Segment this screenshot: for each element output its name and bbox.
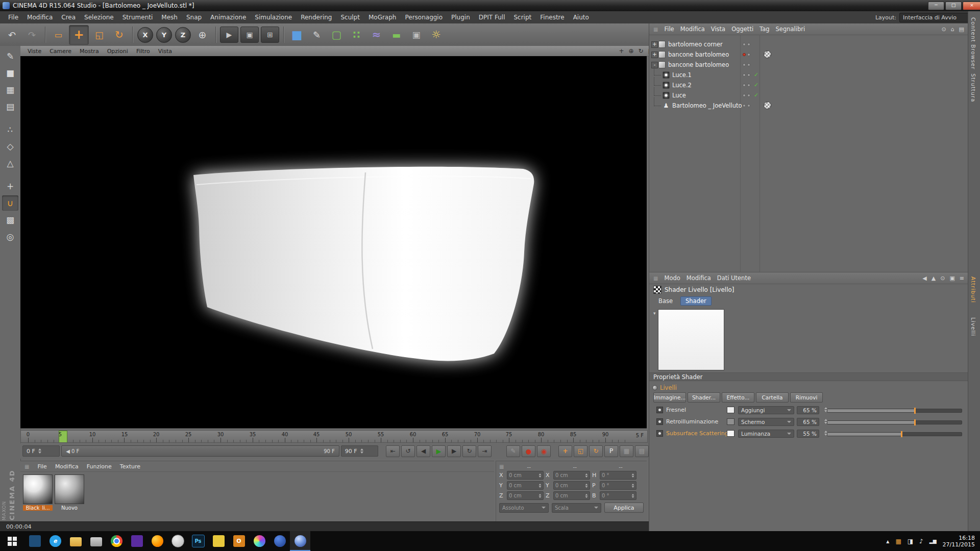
add-array-icon[interactable]: ∷ bbox=[347, 26, 366, 44]
om-menu-oggetti[interactable]: Oggetti bbox=[731, 26, 753, 33]
menu-personaggio[interactable]: Personaggio bbox=[401, 12, 447, 22]
timeline-ruler[interactable]: 0 5 10 15 20 25 30 35 40 45 50 55 60 65 … bbox=[20, 430, 648, 443]
taskbar-chrome[interactable] bbox=[106, 531, 127, 551]
attr-tab-dati-utente[interactable]: Dati Utente bbox=[717, 274, 751, 282]
texture-lock-icon[interactable]: ▩ bbox=[2, 212, 18, 228]
menu-file[interactable]: File bbox=[4, 12, 22, 22]
opacity-slider[interactable] bbox=[827, 409, 962, 413]
render-picture-viewer-icon[interactable]: ▣ bbox=[240, 27, 259, 43]
opacity-field[interactable]: 65 % bbox=[797, 418, 819, 426]
vp-menu-mostra[interactable]: Mostra bbox=[80, 48, 99, 55]
enabled-check-icon[interactable]: ✓ bbox=[754, 92, 758, 98]
add-deformer-icon[interactable]: ≈ bbox=[367, 26, 386, 44]
om-menu-tag[interactable]: Tag bbox=[760, 26, 769, 33]
menu-mograph[interactable]: MoGraph bbox=[364, 12, 401, 22]
axis-x-button[interactable]: X bbox=[137, 27, 153, 43]
rot-h-field[interactable]: 0 ° bbox=[600, 471, 636, 480]
home-icon[interactable]: ⌂ bbox=[951, 26, 954, 33]
layer-color-swatch[interactable] bbox=[727, 418, 734, 425]
fold-arrow-icon[interactable]: ▾ bbox=[653, 311, 656, 370]
effect-button[interactable]: Effetto... bbox=[722, 392, 754, 403]
mat-menu-funzione[interactable]: Funzione bbox=[87, 463, 112, 470]
coord-system-icon[interactable]: ⊕ bbox=[193, 26, 212, 44]
visibility-dots[interactable] bbox=[743, 63, 750, 66]
menu-simulazione[interactable]: Simulazione bbox=[251, 12, 296, 22]
start-button[interactable] bbox=[0, 531, 24, 551]
record-keyframe-button[interactable]: ● bbox=[522, 445, 535, 457]
stepper[interactable] bbox=[38, 448, 41, 454]
viewport-rotate-icon[interactable]: ↻ bbox=[639, 47, 644, 55]
add-primitive-icon[interactable]: ■ bbox=[287, 26, 306, 44]
scale-y-field[interactable]: 0 cm bbox=[553, 481, 590, 490]
timeline-scrubber[interactable]: ◀ 0 F 90 F bbox=[61, 445, 339, 457]
om-menu-modifica[interactable]: Modifica bbox=[680, 26, 705, 33]
record-options-button[interactable]: ◉ bbox=[537, 445, 551, 457]
texture-tag-icon[interactable] bbox=[764, 51, 771, 58]
blend-mode-select[interactable]: Aggiungi bbox=[738, 406, 794, 414]
play-button[interactable]: ▶ bbox=[432, 445, 446, 457]
mat-menu-file[interactable]: File bbox=[37, 463, 46, 470]
taskbar-file-explorer[interactable] bbox=[65, 531, 86, 551]
live-selection-icon[interactable]: ▭ bbox=[49, 26, 68, 44]
tab-shader[interactable]: Shader bbox=[680, 296, 712, 306]
object-label[interactable]: Luce bbox=[672, 92, 686, 99]
taskbar-photoshop[interactable]: Ps bbox=[188, 531, 208, 551]
vp-menu-opzioni[interactable]: Opzioni bbox=[107, 48, 128, 55]
key-rotation-button[interactable]: ↻ bbox=[589, 445, 603, 457]
tab-content-browser[interactable]: Content Browser bbox=[970, 17, 976, 70]
object-label[interactable]: bancone bartolomeo bbox=[668, 61, 729, 68]
workplane-mode-icon[interactable]: ▤ bbox=[2, 99, 18, 114]
visibility-dots[interactable] bbox=[743, 84, 750, 87]
search-icon[interactable]: ⊙ bbox=[941, 26, 946, 33]
scale-x-field[interactable]: 0 cm bbox=[553, 471, 590, 480]
visibility-dots[interactable] bbox=[743, 53, 750, 56]
attr-tab-modifica[interactable]: Modifica bbox=[687, 274, 711, 282]
menu-strumenti[interactable]: Strumenti bbox=[118, 12, 157, 22]
enabled-check-icon[interactable]: ✓ bbox=[754, 82, 758, 88]
taskbar-outlook[interactable]: O bbox=[229, 531, 249, 551]
taskbar-folder[interactable] bbox=[86, 531, 106, 551]
taskbar-creative-app[interactable] bbox=[127, 531, 147, 551]
history-icon[interactable]: ≡ bbox=[960, 275, 964, 282]
minimize-button[interactable]: ─ bbox=[928, 2, 944, 10]
viewport-zoom-icon[interactable]: ⊕ bbox=[629, 47, 634, 55]
move-tool-icon[interactable]: + bbox=[69, 25, 89, 45]
menu-selezione[interactable]: Selezione bbox=[80, 12, 118, 22]
enabled-check-icon[interactable]: ✓ bbox=[754, 71, 758, 78]
menu-script[interactable]: Script bbox=[509, 12, 535, 22]
goto-start-button[interactable]: ⇤ bbox=[386, 445, 400, 457]
layer-name[interactable]: Retroilluminazione bbox=[666, 418, 718, 425]
opacity-field[interactable]: 55 % bbox=[797, 430, 819, 438]
vp-menu-viste[interactable]: Viste bbox=[28, 48, 41, 55]
apply-button[interactable]: Applica bbox=[604, 503, 644, 513]
object-row-child[interactable]: Luce.1 ✓ bbox=[649, 70, 968, 80]
vp-menu-vista[interactable]: Vista bbox=[158, 48, 172, 55]
next-frame-button[interactable]: ▶ bbox=[447, 445, 461, 457]
menu-crea[interactable]: Crea bbox=[57, 12, 80, 22]
menu-sculpt[interactable]: Sculpt bbox=[336, 12, 363, 22]
menu-plugin[interactable]: Plugin bbox=[447, 12, 474, 22]
object-label[interactable]: bancone bartolomeo bbox=[668, 51, 729, 58]
object-row[interactable]: - bancone bartolomeo bbox=[649, 60, 968, 70]
material-thumbnail[interactable] bbox=[55, 474, 84, 504]
slider-handle[interactable] bbox=[901, 431, 902, 437]
solo-mode-icon[interactable]: ◎ bbox=[2, 229, 18, 244]
layer-visible-icon[interactable] bbox=[656, 407, 663, 413]
object-label[interactable]: Luce.2 bbox=[672, 82, 692, 89]
image-button[interactable]: Immagine... bbox=[653, 392, 686, 403]
scale-z-field[interactable]: 0 cm bbox=[553, 491, 590, 500]
autokey-button[interactable]: ✎ bbox=[506, 445, 520, 457]
texture-tag-icon[interactable] bbox=[764, 102, 771, 109]
taskbar-notes-app[interactable] bbox=[208, 531, 229, 551]
tray-app-icon[interactable]: ▦ bbox=[895, 538, 901, 545]
om-menu-vista[interactable]: Vista bbox=[711, 26, 725, 33]
edges-mode-icon[interactable]: ◇ bbox=[2, 139, 18, 154]
frame-end-field[interactable]: 90 F bbox=[341, 445, 378, 457]
layer-visible-icon[interactable] bbox=[656, 418, 663, 425]
vp-menu-filtro[interactable]: Filtro bbox=[136, 48, 150, 55]
axis-mode-icon[interactable]: + bbox=[2, 179, 18, 194]
menu-animazione[interactable]: Animazione bbox=[206, 12, 250, 22]
object-row[interactable]: + bancone bartolomeo bbox=[649, 49, 968, 60]
visibility-dots[interactable] bbox=[743, 43, 750, 46]
add-subdivision-icon[interactable]: ▢ bbox=[327, 26, 346, 44]
